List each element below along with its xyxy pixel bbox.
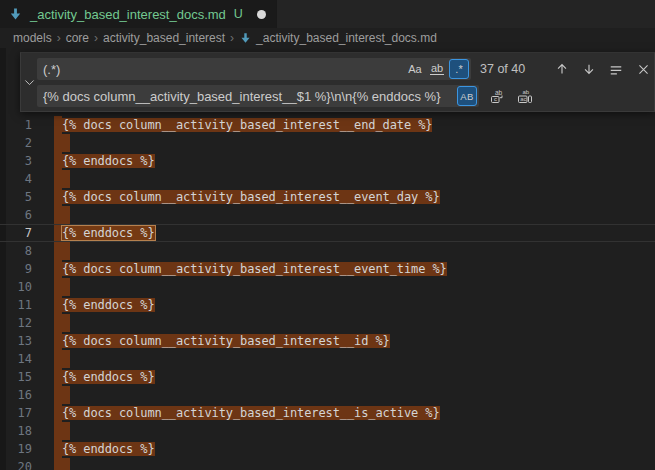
chevron-down-icon	[24, 77, 35, 88]
code-text[interactable]: {% docs column__activity_based_interest_…	[62, 188, 440, 206]
tab-activity-based-interest-docs[interactable]: _activity_based_interest_docs.md U	[0, 0, 277, 28]
whole-word-toggle[interactable]: ab	[427, 59, 447, 79]
editor-line[interactable]: 6	[0, 206, 655, 224]
replace-icon: ab c	[490, 88, 506, 104]
empty-line-find-match	[62, 170, 70, 188]
code-text[interactable]: {% docs column__activity_based_interest_…	[62, 404, 440, 422]
editor-line[interactable]: 7{% enddocs %}	[0, 224, 655, 242]
line-number: 16	[0, 386, 32, 404]
breadcrumb-item-activity-based-interest[interactable]: activity_based_interest	[103, 31, 225, 45]
arrow-up-icon	[555, 62, 569, 76]
current-find-match: {% enddocs %}	[62, 226, 155, 240]
editor-line[interactable]: 13{% docs column__activity_based_interes…	[0, 332, 655, 350]
line-number: 6	[0, 206, 32, 224]
editor-line[interactable]: 10	[0, 278, 655, 296]
editor-line[interactable]: 9{% docs column__activity_based_interest…	[0, 260, 655, 278]
line-number: 17	[0, 404, 32, 422]
replace-value: {% docs column__activity_based_interest_…	[43, 89, 457, 104]
code-text[interactable]: {% enddocs %}	[62, 440, 155, 458]
code-text[interactable]: {% enddocs %}	[62, 296, 155, 314]
breadcrumb-separator: ›	[94, 31, 98, 45]
breadcrumb-item-core[interactable]: core	[66, 31, 89, 45]
editor-line[interactable]: 17{% docs column__activity_based_interes…	[0, 404, 655, 422]
breadcrumb-item-models[interactable]: models	[13, 31, 52, 45]
regex-label: .*	[455, 63, 462, 75]
empty-line-find-match	[62, 134, 70, 152]
regex-toggle[interactable]: .*	[449, 59, 469, 79]
editor-line[interactable]: 2	[0, 134, 655, 152]
code-text[interactable]: {% docs column__activity_based_interest_…	[62, 332, 390, 350]
find-row: (.*) Aa ab .* 37 of 40	[37, 58, 654, 80]
arrow-down-icon	[582, 62, 596, 76]
breadcrumb: models›core›activity_based_interest› _ac…	[0, 28, 655, 48]
line-number: 1	[0, 116, 32, 134]
line-number: 12	[0, 314, 32, 332]
breadcrumb-separator: ›	[230, 31, 234, 45]
find-match: {% docs column__activity_based_interest_…	[62, 334, 390, 348]
line-number: 20	[0, 458, 32, 470]
svg-text:ab: ab	[523, 89, 530, 95]
breadcrumb-item--activity-based-interest-docs-md[interactable]: _activity_based_interest_docs.md	[239, 31, 437, 45]
find-match: {% docs column__activity_based_interest_…	[62, 262, 447, 276]
line-number: 7	[0, 224, 32, 242]
editor-line[interactable]: 16	[0, 386, 655, 404]
find-input[interactable]: (.*) Aa ab .*	[37, 58, 471, 80]
breadcrumb-label: activity_based_interest	[103, 31, 225, 45]
empty-line-find-match	[62, 314, 70, 332]
find-match: {% docs column__activity_based_interest_…	[62, 190, 440, 204]
editor-line[interactable]: 3{% enddocs %}	[0, 152, 655, 170]
find-in-selection-button[interactable]	[605, 58, 627, 80]
editor-line[interactable]: 14	[0, 350, 655, 368]
line-number: 13	[0, 332, 32, 350]
empty-line-find-match	[62, 206, 70, 224]
find-match: {% enddocs %}	[62, 442, 155, 456]
line-number: 11	[0, 296, 32, 314]
code-text[interactable]: {% docs column__activity_based_interest_…	[62, 260, 447, 278]
vscode-window: _activity_based_interest_docs.md U model…	[0, 0, 655, 470]
editor-lines: 1{% docs column__activity_based_interest…	[0, 116, 655, 470]
replace-input[interactable]: {% docs column__activity_based_interest_…	[37, 85, 479, 107]
markdown-file-icon	[8, 7, 23, 22]
preserve-case-toggle[interactable]: AB	[457, 86, 477, 106]
find-query: (.*)	[43, 62, 405, 77]
next-match-button[interactable]	[578, 58, 600, 80]
breadcrumb-label: _activity_based_interest_docs.md	[256, 31, 437, 45]
unsaved-changes-dot[interactable]	[257, 10, 266, 19]
preserve-case-label: AB	[460, 91, 473, 102]
toggle-replace-button[interactable]	[21, 53, 37, 111]
editor-line[interactable]: 20	[0, 458, 655, 470]
editor-line[interactable]: 11{% enddocs %}	[0, 296, 655, 314]
editor-line[interactable]: 18	[0, 422, 655, 440]
code-text[interactable]: {% enddocs %}	[62, 224, 155, 242]
line-number: 8	[0, 242, 32, 260]
close-find-widget-button[interactable]	[632, 58, 654, 80]
line-number: 5	[0, 188, 32, 206]
tab-filename: _activity_based_interest_docs.md	[30, 7, 226, 22]
match-case-toggle[interactable]: Aa	[405, 59, 425, 79]
empty-line-find-match	[62, 386, 70, 404]
empty-line-find-match	[62, 422, 70, 440]
editor-line[interactable]: 12	[0, 314, 655, 332]
whole-word-label: ab	[430, 63, 444, 75]
editor-line[interactable]: 19{% enddocs %}	[0, 440, 655, 458]
previous-match-button[interactable]	[551, 58, 573, 80]
replace-all-button[interactable]: ab ac	[514, 85, 536, 107]
code-text[interactable]: {% docs column__activity_based_interest_…	[62, 116, 432, 134]
editor-line[interactable]: 8	[0, 242, 655, 260]
git-status-badge: U	[234, 7, 243, 21]
replace-row: {% docs column__activity_based_interest_…	[37, 85, 654, 107]
tab-bar: _activity_based_interest_docs.md U	[0, 0, 655, 28]
replace-button[interactable]: ab c	[487, 85, 509, 107]
breadcrumb-separator: ›	[57, 31, 61, 45]
editor-line[interactable]: 1{% docs column__activity_based_interest…	[0, 116, 655, 134]
find-match: {% docs column__activity_based_interest_…	[62, 406, 440, 420]
code-text[interactable]: {% enddocs %}	[62, 368, 155, 386]
code-text[interactable]: {% enddocs %}	[62, 152, 155, 170]
line-number: 15	[0, 368, 32, 386]
editor-line[interactable]: 5{% docs column__activity_based_interest…	[0, 188, 655, 206]
find-in-selection-icon	[609, 62, 623, 76]
svg-text:c: c	[494, 96, 497, 102]
line-number: 14	[0, 350, 32, 368]
editor-line[interactable]: 4	[0, 170, 655, 188]
editor-line[interactable]: 15{% enddocs %}	[0, 368, 655, 386]
